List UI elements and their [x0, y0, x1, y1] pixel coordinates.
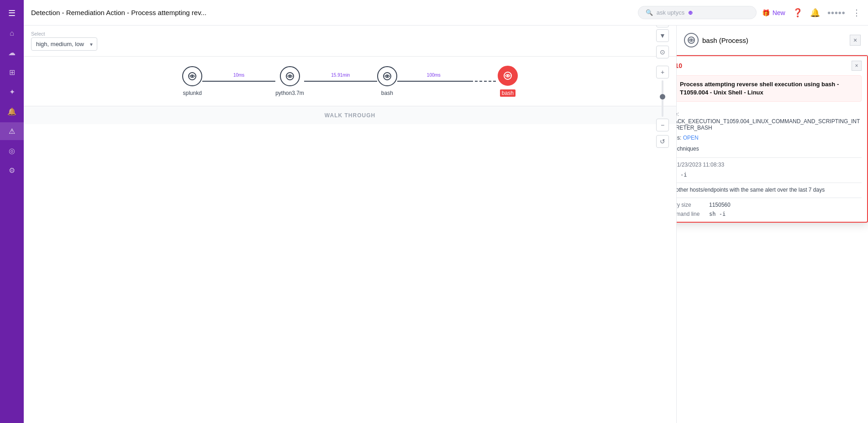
new-button[interactable]: 🎁 New: [762, 9, 785, 16]
timestamp-value: 11/23/2023 11:08:33: [677, 162, 724, 168]
notification-icon[interactable]: 🔔: [810, 8, 820, 18]
zoom-controls: ▲ ▼ ⊙ + − ↺: [656, 26, 669, 148]
sidebar-item-active-alert[interactable]: ⚠: [0, 122, 24, 140]
process-icon: [684, 33, 699, 47]
panel-title: bash (Process): [702, 37, 748, 44]
popup-body: Code: ATTACK_EXECUTION_T1059.004_LINUX_C…: [677, 106, 867, 222]
cmd-line-label: Command line: [677, 211, 705, 217]
sidebar: ☰ ⌂ ☁ ⊞ ✦ 🔔 ⚠ ◎ ⚙: [0, 0, 24, 423]
popup-hosts[interactable]: ▶ 3 other hosts/endpoints with the same …: [677, 187, 862, 193]
connector-label-2: 15.91min: [331, 73, 350, 78]
topbar-actions: 🎁 New ❓ 🔔 ●●●●● ⋮: [762, 8, 861, 18]
popup-code-value: ATTACK_EXECUTION_T1059.004_LINUX_COMMAND…: [677, 118, 862, 131]
svg-point-3: [289, 75, 291, 77]
binary-size-value: 1150560: [709, 202, 731, 208]
search-bar[interactable]: 🔍 ask uptycs ⊕: [638, 6, 757, 19]
uptycs-badge: ⊕: [688, 10, 693, 16]
splunkd-label: splunkd: [183, 90, 201, 96]
node-python[interactable]: python3.7m: [275, 66, 304, 96]
zoom-in-button[interactable]: +: [656, 66, 669, 78]
walkthrough-bar[interactable]: WALK THROUGH: [24, 106, 676, 124]
popup-close-button[interactable]: ×: [852, 61, 862, 71]
svg-point-5: [386, 75, 388, 77]
settings-icon: ⚙: [9, 166, 15, 175]
zoom-slider[interactable]: [662, 80, 663, 117]
popup-status: Status: OPEN: [677, 135, 862, 141]
popup-header: 8.0/10 ×: [677, 56, 867, 75]
sidebar-item-dashboard[interactable]: ⊞: [0, 63, 24, 81]
sidebar-menu-icon[interactable]: ☰: [0, 4, 24, 23]
node-bash[interactable]: bash: [377, 66, 397, 96]
topbar: Detection - Remediation Action - Process…: [24, 0, 868, 26]
severity-select[interactable]: high, medium, low: [31, 37, 97, 51]
connector-3: 100ms: [397, 81, 470, 82]
sidebar-item-threats[interactable]: ✦: [0, 83, 24, 101]
user-avatar[interactable]: ●●●●●: [827, 9, 845, 16]
zoom-thumb: [660, 94, 665, 99]
popup-alert-title-row: ⊘ Process attempting reverse shell execu…: [677, 75, 862, 102]
new-label: New: [773, 9, 785, 16]
bash-circle: [377, 66, 397, 86]
search-icon: 🔍: [646, 9, 653, 16]
sidebar-item-alerts[interactable]: 🔔: [0, 103, 24, 120]
sidebar-item-network[interactable]: ◎: [0, 142, 24, 160]
active-alert-icon: ⚠: [9, 127, 15, 136]
more-options-icon[interactable]: ⋮: [852, 8, 861, 18]
bash-alert-label: bash: [500, 89, 516, 97]
zoom-out-button[interactable]: −: [656, 119, 669, 131]
popup-binary-size-row: Binary size 1150560: [677, 202, 862, 208]
hosts-label: 3 other hosts/endpoints with the same al…: [677, 187, 825, 193]
detection-panel: bash (Process) × ▬ sh -i Alerts/Events A…: [676, 26, 868, 423]
left-panel: Select high, medium, low ▼: [24, 26, 676, 423]
connector-2: 15.91min: [304, 81, 377, 82]
panel-header-title: bash (Process): [684, 33, 748, 47]
bash-label: bash: [381, 90, 393, 96]
network-icon: ◎: [9, 146, 15, 155]
splunkd-circle: [182, 66, 202, 86]
select-wrapper: high, medium, low ▼: [31, 37, 97, 51]
cloud-icon: ☁: [8, 48, 16, 57]
sidebar-item-cloud[interactable]: ☁: [0, 44, 24, 62]
refresh-button[interactable]: ↺: [656, 135, 669, 148]
popup-alert-title: Process attempting reverse shell executi…: [680, 80, 857, 97]
sidebar-item-settings[interactable]: ⚙: [0, 162, 24, 179]
popup-cmd-line-row: Command line sh -i: [677, 211, 862, 217]
reset-zoom-button[interactable]: ⊙: [656, 46, 669, 58]
binary-size-label: Binary size: [677, 202, 705, 208]
line-2: 15.91min: [304, 81, 377, 82]
zoom-down-button[interactable]: ▼: [656, 29, 669, 42]
walkthrough-label: WALK THROUGH: [325, 112, 375, 119]
content-area: Select high, medium, low ▼: [24, 26, 868, 423]
status-label: Status:: [677, 135, 681, 141]
popup-code-label: Code:: [677, 111, 862, 117]
line-4: [470, 81, 498, 82]
python-label: python3.7m: [275, 90, 304, 96]
panel-close-button[interactable]: ×: [850, 35, 861, 46]
zoom-up-button[interactable]: ▲: [656, 26, 669, 27]
popup-techniques[interactable]: ▶ Techniques: [677, 146, 862, 152]
help-icon[interactable]: ❓: [793, 8, 803, 18]
page-title: Detection - Remediation Action - Process…: [31, 9, 632, 16]
node-bash-alert[interactable]: bash: [498, 66, 518, 97]
popup-cmd-value: sh -i: [677, 172, 687, 178]
severity-badge: 8.0/10: [677, 62, 682, 69]
sidebar-item-home[interactable]: ⌂: [0, 25, 24, 42]
status-value: OPEN: [683, 135, 699, 141]
panel-header: bash (Process) ×: [677, 26, 868, 55]
python-circle: [280, 66, 300, 86]
node-splunkd[interactable]: splunkd: [182, 66, 202, 96]
search-placeholder: ask uptycs: [657, 9, 684, 16]
cmd-line-value: sh -i: [709, 211, 726, 217]
connector-label-1: 10ms: [233, 73, 244, 78]
popup-divider-2: [677, 183, 862, 183]
connector-label-3: 100ms: [427, 73, 441, 78]
home-icon: ⌂: [10, 29, 14, 37]
line-3: 100ms: [397, 81, 470, 82]
popup-cmd: ▬ sh -i: [677, 172, 862, 178]
threats-icon: ✦: [9, 88, 15, 96]
select-label: Select: [31, 31, 97, 37]
svg-point-7: [507, 75, 509, 77]
panel-content: ▬ sh -i Alerts/Events Associ... ⊘ T1059.…: [677, 55, 868, 423]
bash-alert-circle: [498, 66, 518, 86]
zoom-track: [662, 80, 663, 117]
